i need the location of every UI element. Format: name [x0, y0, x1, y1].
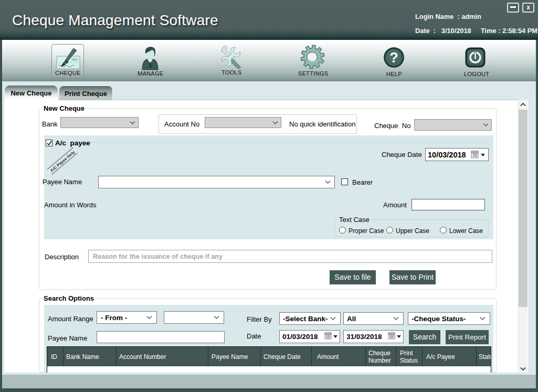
svg-text:?: ?	[389, 50, 398, 66]
